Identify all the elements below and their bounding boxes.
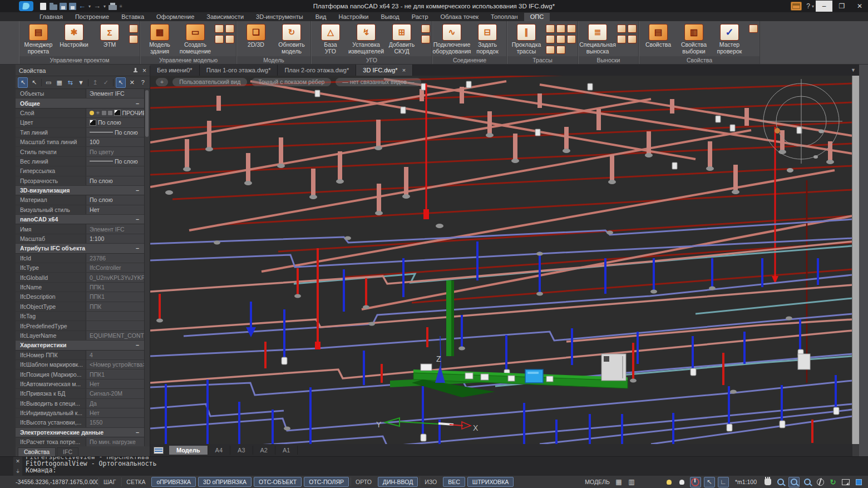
property-row[interactable]: IfcАвтоматическая м...Нет bbox=[16, 379, 145, 389]
ribbon-tab[interactable]: Настройки bbox=[333, 13, 375, 21]
property-value[interactable]: EQUIPMENT_CONTROL_... bbox=[86, 331, 145, 340]
corner2-tool-icon[interactable] bbox=[556, 35, 565, 43]
property-value[interactable]: Элемент IFC bbox=[86, 89, 145, 98]
save-all-icon[interactable] bbox=[69, 3, 76, 10]
property-value[interactable]: 1:100 bbox=[86, 234, 145, 243]
close-button[interactable]: ✕ bbox=[851, 1, 868, 12]
property-row[interactable]: IfcGlobalId0_U2nvKPL3YvJYKP_07... bbox=[16, 273, 145, 282]
property-row[interactable]: IfcTypeIfcController bbox=[16, 263, 145, 273]
regen-icon[interactable]: ↻ bbox=[828, 477, 838, 487]
collapse-icon[interactable]: − bbox=[136, 100, 145, 107]
2d3d-button[interactable]: ❏2D/3D bbox=[239, 22, 273, 48]
node-tool-icon[interactable] bbox=[546, 24, 555, 33]
ribbon-tab[interactable]: Построение bbox=[69, 13, 115, 21]
ribbon-tab[interactable]: Вставка bbox=[115, 13, 150, 21]
filter-icon[interactable]: ▼ bbox=[76, 78, 85, 87]
view-control-pill[interactable]: Точный с показом рёбер bbox=[251, 78, 331, 86]
property-value[interactable]: <Номер устройства>.... bbox=[86, 360, 145, 369]
property-value[interactable]: По слою bbox=[86, 118, 145, 127]
property-row[interactable]: IfcВысота установки,...1550 bbox=[16, 418, 145, 427]
redo-icon[interactable]: → bbox=[93, 2, 101, 10]
property-value[interactable]: 0_U2nvKPL3YvJYKP_07... bbox=[86, 273, 145, 282]
detectors-button[interactable]: ↯Установкаизвещателей bbox=[349, 22, 383, 55]
update-model-button[interactable]: ↻Обновитьмодель bbox=[274, 22, 309, 55]
property-value[interactable]: Нет bbox=[86, 379, 145, 388]
pin-icon[interactable] bbox=[132, 68, 138, 73]
connect-equipment-button[interactable]: ∿Подключениеоборудования bbox=[435, 22, 469, 55]
command-line-panel[interactable]: ✕ ⏚ FitPerspectiveView - ПерспективаFitO… bbox=[0, 456, 868, 476]
new-file-icon[interactable] bbox=[40, 3, 46, 10]
property-row[interactable]: IfcNameППК1 bbox=[16, 283, 145, 292]
invert-select-icon[interactable]: ⇆ bbox=[66, 78, 75, 87]
status-toggle[interactable]: ШТРИХОВКА bbox=[467, 477, 514, 487]
scurve-tool-icon[interactable] bbox=[556, 24, 565, 33]
help-caret-icon[interactable]: ▾ bbox=[812, 4, 814, 9]
camera-tool-icon[interactable] bbox=[421, 24, 430, 33]
property-row[interactable]: IfcDescriptionППК1 bbox=[16, 292, 145, 302]
ribbon-tab[interactable]: Главная bbox=[33, 13, 69, 21]
annotation-icon[interactable]: ▥ bbox=[627, 477, 637, 487]
property-value[interactable]: ✳ПРОЧИЕ bbox=[86, 109, 145, 117]
skud-button[interactable]: ⊞ДобавитьСКУД bbox=[384, 22, 419, 55]
command-close-icon[interactable]: ✕ bbox=[16, 459, 20, 464]
interface-settings-icon[interactable] bbox=[791, 2, 802, 11]
property-row[interactable]: Гиперссылка bbox=[16, 166, 145, 176]
property-row[interactable]: Масштаб типа линий100 bbox=[16, 137, 145, 147]
property-row[interactable]: IfcTag bbox=[16, 312, 145, 321]
property-row[interactable]: Визуальный стильНет bbox=[16, 205, 145, 215]
pointer-icon[interactable]: ↖ bbox=[116, 77, 126, 88]
deselect-icon[interactable]: ✕ bbox=[127, 78, 136, 87]
building-model-button[interactable]: ▦Модельздания bbox=[142, 22, 177, 55]
grid-tool-icon[interactable] bbox=[628, 24, 637, 33]
ribbon-tab[interactable]: ОПС bbox=[524, 13, 550, 21]
panel-tab[interactable]: Свойства bbox=[18, 447, 56, 456]
settings-button[interactable]: ✱Настройки bbox=[57, 22, 91, 48]
layer-lock-icon[interactable] bbox=[102, 111, 106, 115]
new-window-icon[interactable] bbox=[841, 477, 851, 487]
db-orange-tool-icon[interactable] bbox=[129, 24, 138, 33]
ribbon-tab[interactable]: Оформление bbox=[150, 13, 200, 21]
nanocad-logo-icon[interactable] bbox=[19, 1, 33, 11]
property-row[interactable]: МатериалПо слою bbox=[16, 195, 145, 205]
redo-caret-icon[interactable]: ▾ bbox=[103, 4, 106, 9]
property-value[interactable]: Да bbox=[86, 399, 145, 408]
property-row[interactable]: IfcObjectTypeППК bbox=[16, 302, 145, 312]
property-value[interactable]: Элемент IFC bbox=[86, 224, 145, 233]
status-toggle[interactable]: ДИН-ВВОД bbox=[378, 477, 418, 487]
orbit-icon[interactable] bbox=[815, 477, 825, 487]
property-row[interactable]: IfcВыводить в специ...Да bbox=[16, 399, 145, 408]
property-row[interactable]: IfcРасчет тока потре...По мин. нагрузке bbox=[16, 437, 145, 446]
command-pin-icon[interactable]: ⏚ bbox=[16, 469, 19, 475]
sheet-tab[interactable]: А1 bbox=[275, 446, 298, 455]
view-control-pill[interactable]: — нет связанных видов — bbox=[336, 78, 421, 86]
set-order-button[interactable]: ⊟Задатьпорядок bbox=[470, 22, 505, 55]
save-icon[interactable] bbox=[60, 3, 67, 10]
property-value[interactable]: По слою bbox=[86, 195, 145, 204]
ribbon-tab[interactable]: Вид bbox=[309, 13, 333, 21]
pan-icon[interactable] bbox=[763, 477, 773, 487]
column-tool-icon[interactable] bbox=[225, 35, 234, 43]
status-toggle[interactable]: ИЗО bbox=[420, 477, 441, 486]
command-history[interactable]: FitPerspectiveView - ПерспективаFitOrtog… bbox=[26, 457, 868, 476]
viewbox-icon[interactable] bbox=[854, 477, 864, 487]
status-toggle[interactable]: ШАГ bbox=[98, 477, 120, 486]
document-tab[interactable]: Без имени0* bbox=[150, 65, 200, 76]
collapse-icon[interactable]: − bbox=[136, 245, 145, 252]
poly-select-icon[interactable]: ▦ bbox=[55, 78, 63, 87]
monitor-tool-icon[interactable] bbox=[421, 35, 430, 43]
document-tab[interactable]: 3D IFC.dwg*× bbox=[356, 65, 413, 76]
boxes-tool-icon[interactable] bbox=[628, 35, 637, 43]
property-value[interactable]: Нет bbox=[86, 205, 145, 214]
property-value[interactable]: По слою bbox=[86, 157, 145, 166]
collapse-icon[interactable]: − bbox=[136, 216, 145, 223]
zoom-icon[interactable] bbox=[776, 477, 786, 487]
status-toggle[interactable]: ОРТО bbox=[351, 477, 376, 486]
open-file-icon[interactable] bbox=[50, 4, 57, 10]
append-select-icon[interactable]: ↖ bbox=[18, 77, 28, 88]
help-icon[interactable]: ? bbox=[139, 78, 147, 87]
property-value[interactable]: 4 bbox=[86, 351, 145, 359]
ribbon-tab[interactable]: Растр bbox=[406, 13, 435, 21]
collapse-icon[interactable]: − bbox=[136, 187, 145, 194]
tab-close-icon[interactable]: × bbox=[402, 67, 406, 73]
properties-scrollbar[interactable] bbox=[144, 89, 150, 446]
